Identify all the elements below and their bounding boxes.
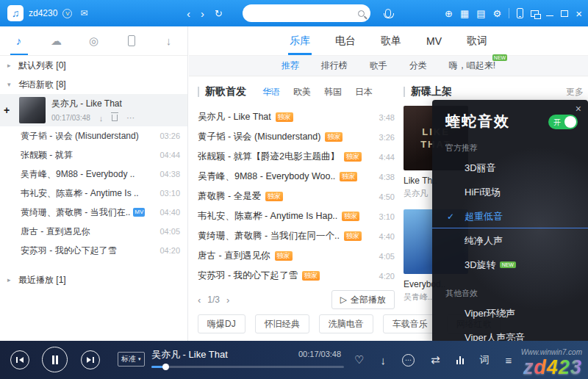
add-button[interactable]: + (4, 104, 10, 116)
tab-radio-station[interactable]: 电台 (335, 26, 356, 55)
gift-icon[interactable]: ▤ (476, 8, 485, 19)
tab-library[interactable]: 乐库 (290, 26, 310, 55)
list-item[interactable]: 黄子韬 - 误会 (Misunderstand) 03:26 (0, 126, 187, 145)
download-icon[interactable]: ↓ (99, 114, 104, 123)
page-next-icon[interactable]: › (226, 295, 229, 306)
effect-3d-rotate[interactable]: 3D旋转 NEW (432, 253, 588, 277)
subtab-recommend[interactable]: 推荐 (282, 59, 299, 72)
subtab-singer[interactable]: 歌手 (370, 59, 387, 72)
tab-radio[interactable]: ◎ (75, 26, 112, 55)
effect-hifi-live[interactable]: HiFi现场 (432, 180, 588, 204)
mini-mode-icon[interactable] (531, 10, 539, 17)
filter-japanese[interactable]: 日本 (355, 86, 373, 98)
new-badge: NEW (492, 54, 507, 61)
tab-playlists[interactable]: 歌单 (381, 26, 401, 55)
apps-grid-icon[interactable]: ▦ (460, 8, 469, 19)
search-icon[interactable] (358, 10, 365, 17)
subtab-rank[interactable]: 排行榜 (321, 59, 348, 72)
section-label: 最近播放 [1] (18, 274, 66, 286)
viper-toggle[interactable]: 开 (548, 115, 578, 129)
play-all-button[interactable]: ▷ 全部播放 (331, 290, 395, 309)
progress-knob[interactable] (162, 364, 169, 370)
tab-mv[interactable]: MV (426, 26, 442, 55)
filter-western[interactable]: 欧美 (293, 86, 311, 98)
play-mode-icon[interactable]: ⇄ (431, 353, 440, 367)
subtab-sing[interactable]: 嗨，唱起来! NEW (449, 59, 495, 72)
list-item[interactable]: 黄绮珊、萧敬腾 - 当我们在.. MV 04:40 (0, 203, 187, 222)
play-pause-button[interactable] (42, 347, 68, 372)
song-row[interactable]: 唐古 - 直到遇见你 独家 4:05 (198, 246, 395, 266)
song-row[interactable]: 吴青峰、9M88 - Everybody Woo.. 独家 4:38 (198, 167, 395, 187)
previous-button[interactable] (10, 350, 29, 369)
section-chinese-new[interactable]: ▾ 华语新歌 [8] (0, 75, 187, 94)
tab-local-music[interactable]: ♪ (0, 26, 37, 55)
more-icon[interactable]: ⋯ (126, 113, 135, 123)
new-songs-panel: 新歌首发 华语 欧美 韩国 日本 吴亦凡 - Like That 独家 3:48… (198, 76, 395, 341)
list-item[interactable]: 张靓颖 - 就算 04:44 (0, 145, 187, 165)
maximize-button[interactable] (561, 10, 568, 17)
song-row[interactable]: 黄绮珊、萧敬腾 - 当我们在同一个.. 独家 4:40 (198, 226, 395, 246)
progress-bar[interactable] (151, 366, 344, 368)
back-icon[interactable]: ‹ (187, 7, 190, 20)
effect-viper-surround[interactable]: Viper环绕声 (432, 301, 588, 325)
filter-chinese[interactable]: 华语 (262, 86, 280, 98)
next-button[interactable] (81, 350, 100, 369)
effect-super-bass[interactable]: ✓ 超重低音 (432, 204, 588, 228)
section-recent[interactable]: ▸ 最近播放 [1] (0, 270, 187, 289)
now-playing-row[interactable]: + 吴亦凡 - Like That 00:17/03:48 ↓ ⋯ (0, 94, 187, 126)
section-default-list[interactable]: ▸ 默认列表 [0] (0, 56, 187, 75)
microphone-icon[interactable] (385, 9, 391, 18)
quality-selector[interactable]: 标准 ▾ (118, 352, 145, 367)
search-box[interactable] (243, 4, 370, 22)
search-input[interactable] (251, 8, 358, 18)
tab-device[interactable] (112, 26, 150, 55)
forward-icon[interactable]: › (201, 7, 204, 20)
effect-3d-sound[interactable]: 3D丽音 (432, 156, 588, 180)
mv-badge[interactable]: MV (133, 208, 145, 217)
list-item[interactable]: 韦礼安、陈嘉桦 - Anytime Is .. 03:10 (0, 184, 187, 203)
filter-korean[interactable]: 韩国 (324, 86, 342, 98)
list-item[interactable]: 唐古 - 直到遇见你 04:05 (0, 222, 187, 241)
song-thumbnail (19, 97, 46, 123)
refresh-icon[interactable]: ↻ (215, 8, 223, 19)
close-button[interactable]: × (576, 8, 582, 19)
vip-badge-icon[interactable]: V (62, 9, 72, 18)
list-item[interactable]: 安苏羽 - 我的心下起了雪 04:20 (0, 241, 187, 260)
tab-lyrics[interactable]: 歌词 (467, 26, 487, 55)
page-prev-icon[interactable]: ‹ (198, 295, 201, 306)
download-icon[interactable]: ↓ (380, 354, 386, 367)
effect-pure-vocal[interactable]: 纯净人声 (432, 228, 588, 253)
delete-icon[interactable] (112, 115, 118, 121)
song-row[interactable]: 吴亦凡 - Like That 独家 3:48 (198, 107, 395, 127)
add-icon[interactable]: ⊕ (445, 8, 453, 19)
favorite-icon[interactable]: ♡ (354, 353, 364, 367)
username[interactable]: zd4230 (29, 8, 57, 18)
song-row[interactable]: 萧敬腾 - 全是爱 独家 4:50 (198, 187, 395, 206)
phone-icon[interactable] (517, 8, 523, 18)
song-row[interactable]: 韦礼安、陈嘉桦 - Anytime Is Hap.. 独家 3:10 (198, 206, 395, 226)
viper-title: 蝰蛇音效 (445, 112, 510, 131)
genre-electronic-button[interactable]: 洗脑电音 (319, 314, 373, 333)
tab-download[interactable]: ↓ (150, 26, 187, 55)
more-link[interactable]: 更多 (566, 86, 584, 98)
song-row[interactable]: 张靓颖 - 就算【爵迹2电影主题曲】 独家 4:44 (198, 147, 395, 167)
song-row[interactable]: 安苏羽 - 我的心下起了雪 独家 4:20 (198, 266, 395, 286)
genre-dj-button[interactable]: 嗨爆DJ (198, 314, 245, 333)
chevron-right-icon: ▸ (7, 276, 13, 284)
equalizer-icon[interactable] (456, 355, 464, 364)
settings-gear-icon[interactable]: ⚙ (493, 8, 502, 19)
more-icon[interactable]: ⋯ (402, 354, 415, 367)
close-icon[interactable]: × (576, 103, 581, 115)
lyrics-toggle[interactable]: 词 (480, 353, 490, 367)
subtab-category[interactable]: 分类 (409, 59, 427, 72)
song-duration: 4:38 (375, 173, 395, 181)
genre-car-button[interactable]: 车载音乐 (383, 314, 437, 333)
genre-classic-button[interactable]: 怀旧经典 (255, 314, 309, 333)
message-icon[interactable]: ✉ (80, 8, 87, 18)
playlist-icon[interactable]: ≡ (506, 354, 512, 367)
song-row[interactable]: 黄子韬 - 误会 (Misunderstand) 独家 3:26 (198, 127, 395, 147)
list-item[interactable]: 吴青峰、9M88 - Everybody .. 04:38 (0, 165, 187, 184)
app-logo-icon[interactable]: ♫ (7, 5, 24, 21)
tab-cloud[interactable]: ☁ (37, 26, 75, 55)
minimize-button[interactable] (546, 9, 553, 18)
